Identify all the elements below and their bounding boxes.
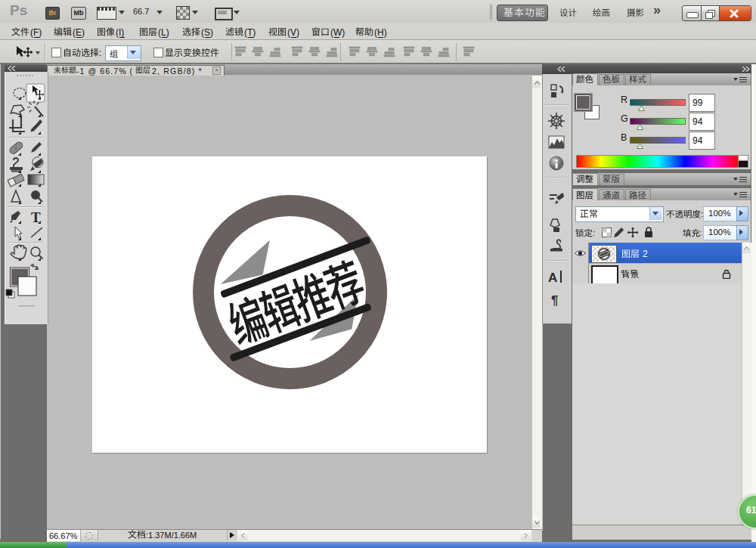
svg-text:A: A (548, 271, 557, 285)
svg-text:¶: ¶ (551, 293, 558, 308)
